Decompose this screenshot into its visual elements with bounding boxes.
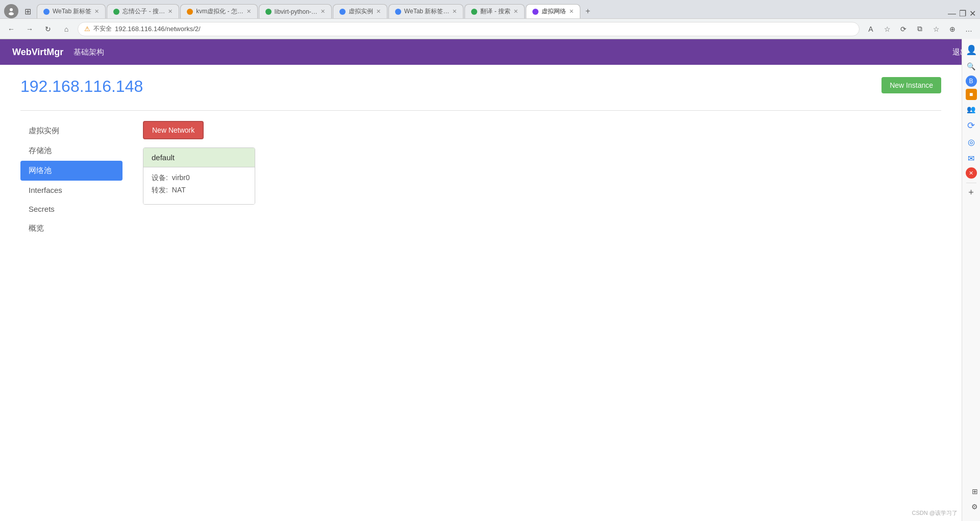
right-outlook-icon[interactable]: ◎ bbox=[964, 135, 978, 149]
security-warning-icon: ⚠ bbox=[84, 25, 90, 33]
right-user-icon[interactable]: 👥 bbox=[964, 102, 978, 116]
tab-5-close[interactable]: ✕ bbox=[376, 8, 381, 15]
server-ip-title: 192.168.116.148 bbox=[20, 77, 143, 96]
tab-7-icon bbox=[471, 9, 477, 15]
toolbar-icons: A ☆ ⟳ ⧉ ☆ ⊕ … bbox=[864, 22, 976, 36]
new-network-button[interactable]: New Network bbox=[143, 121, 204, 139]
tab-6-close[interactable]: ✕ bbox=[452, 8, 457, 15]
sync-icon[interactable]: ⟳ bbox=[896, 22, 911, 36]
right-sync-icon[interactable]: ⟳ bbox=[964, 118, 978, 133]
right-close-icon[interactable]: ✕ bbox=[966, 167, 977, 179]
tab-7[interactable]: 翻译 - 搜索 ✕ bbox=[464, 4, 525, 18]
tab-8-icon bbox=[532, 9, 538, 15]
split-icon[interactable]: ⧉ bbox=[913, 22, 927, 36]
svg-point-0 bbox=[10, 8, 13, 11]
new-tab-button[interactable]: + bbox=[581, 4, 594, 18]
tab-6[interactable]: WeTab 新标签… ✕ bbox=[388, 4, 463, 18]
new-instance-button[interactable]: New Instance bbox=[881, 77, 941, 93]
app-header: WebVirtMgr 基础架构 退出 bbox=[0, 39, 980, 65]
tab-4-close[interactable]: ✕ bbox=[321, 8, 325, 15]
network-card-header[interactable]: default bbox=[143, 148, 255, 167]
sidebar-item-overview[interactable]: 概览 bbox=[20, 218, 122, 238]
collections-icon[interactable]: ☆ bbox=[929, 22, 943, 36]
translate-icon[interactable]: A bbox=[864, 22, 878, 36]
profile-icon[interactable]: ⊕ bbox=[945, 22, 960, 36]
sidebar-item-storage[interactable]: 存储池 bbox=[20, 141, 122, 161]
tab-8[interactable]: 虚拟网络 ✕ bbox=[526, 4, 580, 18]
minimize-button[interactable]: — bbox=[948, 9, 956, 18]
new-tab-icon[interactable]: ⊞ bbox=[20, 4, 35, 18]
browser-chrome: ⊞ WeTab 新标签 ✕ 忘情公子 - 搜… ✕ kvm虚拟化 - 怎… ✕ … bbox=[0, 0, 980, 39]
tab-6-icon bbox=[395, 9, 401, 15]
sidebar-item-secrets[interactable]: Secrets bbox=[20, 200, 122, 218]
sidebar-item-interfaces[interactable]: Interfaces bbox=[20, 181, 122, 200]
svg-point-1 bbox=[9, 12, 14, 15]
user-avatar bbox=[4, 4, 18, 18]
close-button[interactable]: ✕ bbox=[969, 9, 976, 18]
tab-1-icon bbox=[43, 9, 50, 15]
tab-4[interactable]: libvirt-python-… ✕ bbox=[259, 4, 332, 18]
tab-3-icon bbox=[187, 9, 193, 15]
star-icon[interactable]: ☆ bbox=[880, 22, 894, 36]
tab-4-icon bbox=[265, 9, 272, 15]
right-separator bbox=[966, 183, 976, 183]
tab-1[interactable]: WeTab 新标签 ✕ bbox=[37, 4, 106, 18]
network-device-row: 设备: virbr0 bbox=[152, 173, 247, 183]
sidebar-item-vm[interactable]: 虚拟实例 bbox=[20, 121, 122, 141]
main-content: 192.168.116.148 New Instance 虚拟实例 存储池 网络… bbox=[0, 65, 962, 251]
network-card-body: 设备: virbr0 转发: NAT bbox=[143, 167, 255, 204]
network-card-default: default 设备: virbr0 转发: NAT bbox=[143, 147, 255, 205]
app-title: WebVirtMgr bbox=[12, 47, 63, 58]
home-button[interactable]: ⌂ bbox=[59, 22, 74, 36]
tab-8-close[interactable]: ✕ bbox=[569, 8, 574, 15]
right-mail-icon[interactable]: ✉ bbox=[964, 151, 978, 165]
forward-button[interactable]: → bbox=[22, 22, 37, 36]
tab-1-close[interactable]: ✕ bbox=[94, 8, 99, 15]
right-browser-icon[interactable]: B bbox=[966, 76, 977, 87]
right-bookmark-icon[interactable]: ■ bbox=[966, 89, 977, 100]
tab-5[interactable]: 虚拟实例 ✕ bbox=[333, 4, 387, 18]
right-panel: 👤 🔍 B ■ 👥 ⟳ ◎ ✉ ✕ + ⚙ ⊞ bbox=[962, 39, 980, 251]
network-forward-row: 转发: NAT bbox=[152, 186, 247, 195]
network-content-area: New Network default 设备: virbr0 转发: NAT bbox=[143, 121, 941, 238]
header-divider bbox=[20, 110, 941, 111]
content-layout: 虚拟实例 存储池 网络池 Interfaces Secrets 概览 New N… bbox=[20, 121, 941, 238]
sidebar-item-network[interactable]: 网络池 bbox=[20, 161, 122, 181]
tab-3-close[interactable]: ✕ bbox=[247, 8, 251, 15]
tab-7-close[interactable]: ✕ bbox=[513, 8, 518, 15]
tab-2[interactable]: 忘情公子 - 搜… ✕ bbox=[107, 4, 179, 18]
address-bar[interactable]: ⚠ 不安全 192.168.116.146/networks/2/ bbox=[78, 22, 860, 36]
back-button[interactable]: ← bbox=[4, 22, 18, 36]
tab-2-close[interactable]: ✕ bbox=[168, 8, 173, 15]
menu-icon[interactable]: … bbox=[962, 22, 976, 36]
address-bar-row: ← → ↻ ⌂ ⚠ 不安全 192.168.116.146/networks/2… bbox=[0, 18, 980, 39]
page-header: 192.168.116.148 New Instance bbox=[20, 77, 941, 104]
maximize-button[interactable]: ❐ bbox=[959, 9, 966, 18]
right-add-icon[interactable]: + bbox=[968, 187, 974, 198]
tab-3[interactable]: kvm虚拟化 - 怎… ✕ bbox=[180, 4, 258, 18]
right-profile-icon[interactable]: 👤 bbox=[964, 43, 978, 57]
tab-5-icon bbox=[339, 9, 346, 15]
window-controls: — ❐ ✕ bbox=[948, 9, 980, 18]
right-search-icon[interactable]: 🔍 bbox=[964, 59, 978, 73]
refresh-button[interactable]: ↻ bbox=[41, 22, 55, 36]
sidebar-nav: 虚拟实例 存储池 网络池 Interfaces Secrets 概览 bbox=[20, 121, 122, 238]
app-nav[interactable]: 基础架构 bbox=[74, 47, 104, 57]
tab-bar: ⊞ WeTab 新标签 ✕ 忘情公子 - 搜… ✕ kvm虚拟化 - 怎… ✕ … bbox=[0, 0, 980, 18]
tab-2-icon bbox=[113, 9, 119, 15]
